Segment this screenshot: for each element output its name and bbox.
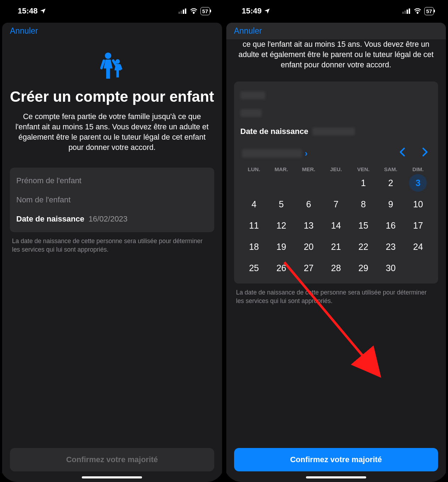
calendar-day[interactable]: 13	[295, 215, 322, 236]
weekday-label: DIM.	[404, 166, 432, 172]
svg-rect-1	[181, 11, 182, 14]
phone-screen-left: 15:48 57 Annuler	[0, 0, 224, 482]
svg-rect-3	[185, 9, 186, 14]
calendar-day[interactable]: 27	[295, 257, 322, 279]
calendar-day[interactable]: 19	[268, 236, 295, 257]
confirm-button[interactable]: Confirmez votre majorité	[234, 448, 438, 471]
svg-point-4	[193, 13, 194, 13]
svg-rect-13	[409, 9, 410, 14]
form-group: Prénom de l'enfant Nom de l'enfant Date …	[10, 168, 214, 232]
calendar-day[interactable]: 16	[377, 215, 404, 236]
location-icon	[40, 8, 46, 14]
status-bar: 15:48 57	[0, 0, 224, 19]
dob-field[interactable]: Date de naissance 16/02/2023	[16, 209, 208, 229]
month-selector[interactable]: Month YYYY ›	[242, 148, 308, 158]
dob-field[interactable]: Date de naissance xx/xx/xxxx	[240, 122, 432, 141]
battery-icon: 57	[424, 7, 434, 15]
helper-text: La date de naissance de cette personne s…	[234, 288, 438, 305]
modal-sheet: Annuler ce que l'enfant ait au moins 15 …	[226, 23, 446, 482]
calendar-day	[322, 172, 350, 194]
calendar-day[interactable]: 25	[240, 257, 268, 279]
calendar-day[interactable]: 14	[322, 215, 350, 236]
modal-sheet: Annuler Créer un compte pour enfant Ce c…	[2, 23, 222, 482]
calendar-day[interactable]: 21	[322, 236, 350, 257]
calendar-day[interactable]: 26	[268, 257, 295, 279]
calendar-day[interactable]: 4	[240, 194, 268, 215]
family-icon	[10, 50, 214, 83]
calendar-day	[268, 172, 295, 194]
phone-screen-right: 15:49 57 Annuler ce que l'enfant ait au …	[224, 0, 448, 482]
lastname-field[interactable]: Nom de l'enfant	[16, 190, 208, 209]
signal-icon	[402, 8, 411, 14]
calendar-day[interactable]: 10	[404, 194, 432, 215]
calendar-day	[240, 172, 268, 194]
lastname-field[interactable]: xxxx	[240, 104, 432, 122]
calendar-grid: 1234567891011121314151617181920212223242…	[240, 172, 432, 279]
calendar-day[interactable]: 17	[404, 215, 432, 236]
location-icon	[264, 8, 270, 14]
svg-rect-0	[178, 12, 180, 14]
svg-rect-2	[183, 10, 184, 14]
svg-point-14	[417, 13, 418, 13]
wifi-icon	[414, 8, 421, 14]
firstname-field[interactable]: Prénom de l'enfant	[16, 171, 208, 190]
weekday-row: LUN.MAR.MER.JEU.VEN.SAM.DIM.	[240, 166, 432, 172]
wifi-icon	[190, 8, 198, 14]
weekday-label: JEU.	[322, 166, 350, 172]
battery-icon: 57	[200, 7, 210, 15]
helper-text: La date de naissance de cette personne s…	[10, 237, 214, 254]
home-indicator[interactable]	[82, 476, 142, 478]
calendar-day[interactable]: 24	[404, 236, 432, 257]
calendar-day[interactable]: 7	[322, 194, 350, 215]
calendar-day	[404, 257, 432, 279]
form-group: xxxxx xxxx Date de naissance xx/xx/xxxx …	[234, 82, 438, 284]
next-month-button[interactable]	[420, 147, 430, 159]
calendar-day[interactable]: 9	[377, 194, 404, 215]
calendar-day[interactable]: 2	[377, 172, 404, 194]
home-indicator[interactable]	[306, 476, 366, 478]
prev-month-button[interactable]	[397, 147, 408, 159]
page-subtitle: Ce compte fera partie de votre famille j…	[10, 112, 214, 153]
page-subtitle-partial: ce que l'enfant ait au moins 15 ans. Vou…	[234, 39, 438, 70]
svg-rect-11	[404, 11, 406, 14]
calendar-day[interactable]: 15	[350, 215, 377, 236]
chevron-right-icon: ›	[305, 148, 308, 158]
calendar-day[interactable]: 23	[377, 236, 404, 257]
svg-point-5	[105, 52, 111, 59]
calendar-day[interactable]: 11	[240, 215, 268, 236]
firstname-field[interactable]: xxxxx	[240, 86, 432, 104]
signal-icon	[178, 8, 187, 14]
confirm-button[interactable]: Confirmez votre majorité	[10, 448, 214, 471]
calendar-day[interactable]: 28	[322, 257, 350, 279]
calendar-day[interactable]: 3	[404, 172, 432, 194]
weekday-label: VEN.	[350, 166, 377, 172]
calendar-day	[295, 172, 322, 194]
cancel-button[interactable]: Annuler	[226, 23, 270, 39]
svg-rect-10	[402, 12, 404, 14]
cancel-button[interactable]: Annuler	[2, 23, 222, 39]
calendar-day[interactable]: 30	[377, 257, 404, 279]
calendar-day[interactable]: 1	[350, 172, 377, 194]
page-title: Créer un compte pour enfant	[10, 88, 214, 105]
svg-point-8	[115, 59, 120, 64]
calendar-day[interactable]: 6	[295, 194, 322, 215]
status-time: 15:48	[18, 6, 38, 16]
calendar-day[interactable]: 5	[268, 194, 295, 215]
weekday-label: LUN.	[240, 166, 268, 172]
calendar-day[interactable]: 29	[350, 257, 377, 279]
svg-rect-12	[407, 10, 408, 14]
calendar-day[interactable]: 12	[268, 215, 295, 236]
weekday-label: MAR.	[268, 166, 295, 172]
calendar-day[interactable]: 20	[295, 236, 322, 257]
calendar-day[interactable]: 22	[350, 236, 377, 257]
calendar-day[interactable]: 8	[350, 194, 377, 215]
weekday-label: SAM.	[377, 166, 404, 172]
weekday-label: MER.	[295, 166, 322, 172]
calendar-day[interactable]: 18	[240, 236, 268, 257]
status-time: 15:49	[242, 6, 262, 16]
status-bar: 15:49 57	[224, 0, 448, 19]
